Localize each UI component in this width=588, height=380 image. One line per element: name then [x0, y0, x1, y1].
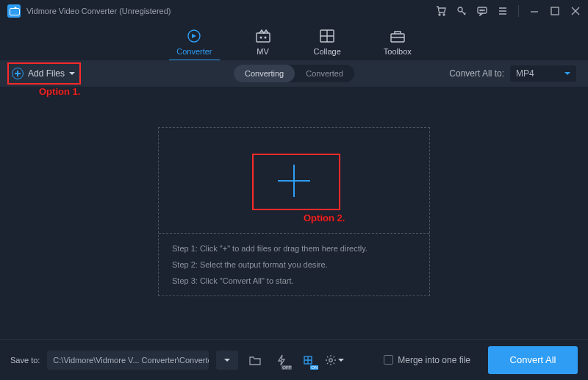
cart-icon[interactable]	[436, 6, 446, 16]
instructions: Step 1: Click "+" to add files or drag t…	[159, 234, 429, 295]
chevron-down-icon	[564, 72, 570, 75]
add-files-label: Add Files	[28, 68, 65, 79]
status-segmented: Converting Converted	[234, 65, 354, 82]
tab-collage[interactable]: Collage	[314, 29, 341, 60]
hardware-accel-toggle[interactable]: OFF	[272, 351, 291, 370]
dropzone[interactable]: Step 1: Click "+" to add files or drag t…	[158, 127, 430, 296]
svg-point-11	[264, 37, 266, 39]
tab-toolbox[interactable]: Toolbox	[384, 29, 412, 60]
key-icon[interactable]	[456, 6, 467, 16]
step-text: Step 2: Select the output format you des…	[172, 260, 416, 269]
svg-point-15	[329, 358, 332, 361]
convert-all-button[interactable]: Convert All	[488, 346, 578, 374]
svg-rect-9	[257, 33, 270, 42]
add-files-button[interactable]: Add Files	[12, 68, 75, 79]
svg-rect-7	[551, 7, 559, 15]
collage-icon	[319, 29, 335, 43]
dropzone-add-area[interactable]	[159, 128, 429, 234]
svg-point-0	[439, 14, 440, 15]
tab-label: Toolbox	[384, 47, 412, 56]
save-path-dropdown[interactable]	[216, 351, 238, 370]
chevron-down-icon	[69, 72, 75, 75]
bottom-bar: Save to: C:\Vidmore\Vidmore V... Convert…	[0, 339, 588, 380]
tab-label: Converter	[176, 47, 212, 56]
svg-point-1	[443, 14, 445, 15]
tab-mv[interactable]: MV	[255, 29, 271, 60]
off-badge: OFF	[282, 365, 292, 370]
chevron-down-icon	[224, 359, 230, 362]
step-text: Step 3: Click "Convert All" to start.	[172, 276, 416, 285]
seg-converted[interactable]: Converted	[295, 65, 354, 82]
seg-converting[interactable]: Converting	[234, 65, 295, 82]
convert-all-format: Convert All to: MP4	[449, 65, 576, 82]
format-selector[interactable]: MP4	[510, 65, 576, 82]
format-selected: MP4	[516, 68, 534, 79]
main-area: Step 1: Click "+" to add files or drag t…	[0, 87, 588, 337]
converter-icon	[186, 29, 202, 43]
big-plus-icon	[278, 165, 310, 197]
separator	[518, 5, 519, 17]
save-to-label: Save to:	[10, 356, 40, 365]
plus-circle-icon	[12, 68, 24, 79]
svg-point-5	[481, 10, 482, 10]
open-folder-button[interactable]	[245, 351, 265, 370]
toolbox-icon	[390, 29, 406, 43]
tab-label: MV	[257, 47, 269, 56]
high-speed-toggle[interactable]: ON	[298, 351, 318, 370]
on-badge: ON	[310, 365, 318, 370]
merge-checkbox[interactable]: Merge into one file	[384, 355, 470, 365]
svg-point-4	[480, 10, 481, 10]
maximize-icon[interactable]	[550, 6, 560, 16]
app-logo-icon	[7, 4, 21, 18]
checkbox-icon	[384, 355, 393, 365]
titlebar-actions	[436, 5, 581, 17]
chevron-down-icon	[338, 359, 344, 362]
title-bar: Vidmore Video Converter (Unregistered)	[0, 0, 588, 22]
mv-icon	[255, 29, 271, 43]
svg-point-10	[259, 37, 262, 39]
menu-icon[interactable]	[498, 6, 508, 16]
main-nav: Converter MV Collage Toolbox	[0, 22, 588, 60]
minimize-icon[interactable]	[529, 6, 539, 16]
app-title: Vidmore Video Converter (Unregistered)	[26, 7, 171, 15]
close-icon[interactable]	[570, 6, 581, 16]
save-path-field[interactable]: C:\Vidmore\Vidmore V... Converter\Conver…	[47, 351, 209, 370]
merge-label: Merge into one file	[398, 355, 470, 365]
secondary-bar: Add Files Converting Converted Convert A…	[0, 60, 588, 87]
feedback-icon[interactable]	[477, 6, 487, 16]
tab-label: Collage	[314, 47, 341, 56]
convert-all-to-label: Convert All to:	[449, 68, 504, 79]
settings-button[interactable]	[325, 351, 344, 370]
step-text: Step 1: Click "+" to add files or drag t…	[172, 244, 416, 253]
app-window: Vidmore Video Converter (Unregistered) C…	[0, 0, 588, 380]
svg-point-6	[484, 10, 484, 10]
tab-converter[interactable]: Converter	[176, 29, 212, 60]
